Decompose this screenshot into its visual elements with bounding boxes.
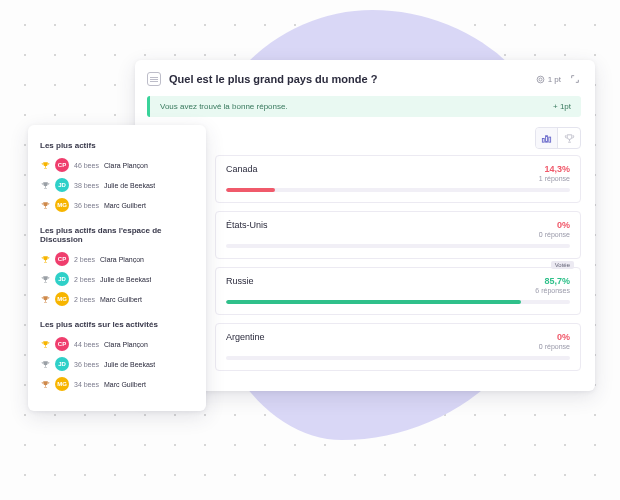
leaderboard-row: MG36 beesMarc Guilbert [40,198,194,212]
bees-count: 2 bees [74,276,95,283]
trophy-icon [40,254,50,264]
trophy-icon [40,294,50,304]
success-text: Vous avez trouvé la bonne réponse. [160,102,288,111]
answer-count: 0 réponse [539,231,570,238]
leaderboard-row: CP44 beesClara Plançon [40,337,194,351]
list-icon [147,72,161,86]
answer-percent: 0% [539,332,570,342]
chart-view-button[interactable] [536,128,558,148]
user-name: Clara Plançon [104,162,148,169]
avatar: JD [55,357,69,371]
leaderboard-section-title: Les plus actifs dans l'espace de Discuss… [40,226,194,244]
user-name: Julie de Beekast [104,182,155,189]
trophy-icon [40,200,50,210]
view-toggle-row [215,127,581,149]
leaderboard-row: JD38 beesJulie de Beekast [40,178,194,192]
user-name: Julie de Beekast [104,361,155,368]
trophy-view-button[interactable] [558,128,580,148]
points-badge: 1 pt [536,75,561,84]
expand-icon[interactable] [569,73,581,85]
trophy-icon [40,274,50,284]
avatar: MG [55,198,69,212]
answer-option[interactable]: VotéeRussie85,7%6 réponses [215,267,581,315]
answer-bar [226,356,570,360]
answer-bar [226,244,570,248]
answer-count: 1 réponse [539,175,570,182]
bees-count: 44 bees [74,341,99,348]
bees-count: 46 bees [74,162,99,169]
avatar: JD [55,272,69,286]
answer-count: 0 réponse [539,343,570,350]
answer-option[interactable]: États-Unis0%0 réponse [215,211,581,259]
bees-count: 38 bees [74,182,99,189]
user-name: Marc Guilbert [104,202,146,209]
leaderboard-row: CP46 beesClara Plançon [40,158,194,172]
bees-count: 36 bees [74,202,99,209]
trophy-icon [40,379,50,389]
svg-rect-3 [546,135,548,141]
answer-list: Canada14,3%1 réponseÉtats-Unis0%0 répons… [215,155,581,371]
avatar: CP [55,158,69,172]
leaderboard-row: JD36 beesJulie de Beekast [40,357,194,371]
voted-tag: Votée [551,261,574,269]
answer-percent: 14,3% [539,164,570,174]
answer-option[interactable]: Argentine0%0 réponse [215,323,581,371]
answer-label: Argentine [226,332,265,342]
user-name: Marc Guilbert [100,296,142,303]
bees-count: 34 bees [74,381,99,388]
trophy-icon [40,359,50,369]
user-name: Clara Plançon [100,256,144,263]
svg-point-1 [539,78,542,81]
trophy-icon [40,180,50,190]
trophy-icon [40,339,50,349]
avatar: MG [55,377,69,391]
leaderboard-panel: Les plus actifsCP46 beesClara PlançonJD3… [28,125,206,411]
avatar: MG [55,292,69,306]
leaderboard-row: MG34 beesMarc Guilbert [40,377,194,391]
trophy-icon [40,160,50,170]
success-banner: Vous avez trouvé la bonne réponse. + 1pt [147,96,581,117]
answer-bar [226,300,570,304]
question-title: Quel est le plus grand pays du monde ? [169,73,528,85]
leaderboard-section-title: Les plus actifs sur les activités [40,320,194,329]
view-toggle [535,127,581,149]
points-label: 1 pt [548,75,561,84]
svg-rect-2 [542,138,544,142]
question-header: Quel est le plus grand pays du monde ? 1… [147,72,581,86]
leaderboard-row: MG2 beesMarc Guilbert [40,292,194,306]
answer-bar [226,188,570,192]
user-name: Marc Guilbert [104,381,146,388]
answer-label: États-Unis [226,220,268,230]
success-points: + 1pt [553,102,571,111]
answer-label: Russie [226,276,254,286]
avatar: CP [55,252,69,266]
bees-count: 2 bees [74,296,95,303]
svg-point-0 [537,76,544,83]
user-name: Clara Plançon [104,341,148,348]
user-name: Julie de Beekast [100,276,151,283]
answer-option[interactable]: Canada14,3%1 réponse [215,155,581,203]
svg-rect-4 [549,137,551,142]
answer-count: 6 réponses [535,287,570,294]
bees-count: 36 bees [74,361,99,368]
leaderboard-section-title: Les plus actifs [40,141,194,150]
leaderboard-row: JD2 beesJulie de Beekast [40,272,194,286]
answer-percent: 85,7% [535,276,570,286]
leaderboard-row: CP2 beesClara Plançon [40,252,194,266]
avatar: JD [55,178,69,192]
answer-label: Canada [226,164,258,174]
answer-percent: 0% [539,220,570,230]
bees-count: 2 bees [74,256,95,263]
avatar: CP [55,337,69,351]
